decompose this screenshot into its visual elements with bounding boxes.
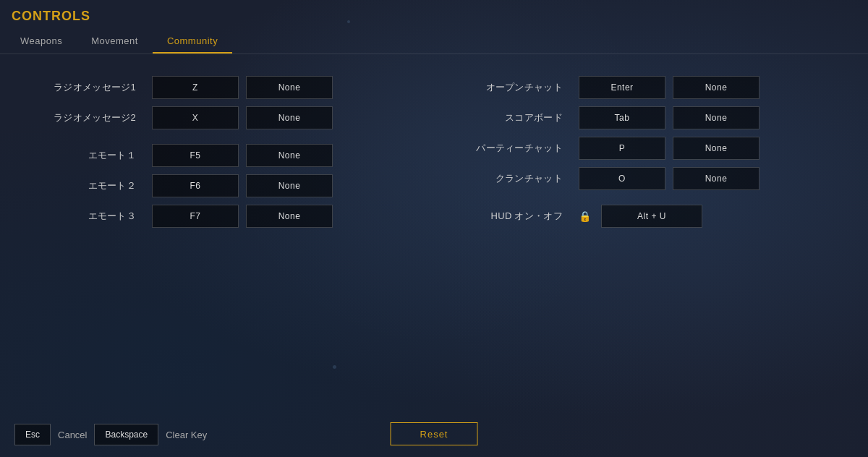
label-scoreboard: スコアボード [463,111,571,124]
row-open-chat: オープンチャット Enter None [463,76,839,99]
tab-movement[interactable]: Movement [77,30,153,54]
left-column: ラジオメッセージ1 Z None ラジオメッセージ2 X None エモート１ … [29,76,405,408]
row-radio1: ラジオメッセージ1 Z None [29,76,405,99]
reset-button[interactable]: Reset [391,422,478,445]
label-clan-chat: クランチャット [463,172,571,185]
key-party-chat-primary[interactable]: P [579,137,665,160]
key-scoreboard-secondary[interactable]: None [673,106,760,129]
cancel-label: Cancel [58,430,87,440]
label-open-chat: オープンチャット [463,81,571,94]
backspace-button[interactable]: Backspace [94,424,158,445]
header: Controls Weapons Movement Community [0,0,868,54]
key-emote3-primary[interactable]: F7 [152,205,239,228]
key-scoreboard-primary[interactable]: Tab [579,106,665,129]
key-open-chat-primary[interactable]: Enter [579,76,665,99]
row-scoreboard: スコアボード Tab None [463,106,839,129]
label-emote2: エモート２ [29,179,145,192]
key-open-chat-secondary[interactable]: None [673,76,760,99]
label-emote3: エモート３ [29,210,145,223]
key-radio1-secondary[interactable]: None [246,76,333,99]
tab-bar: Weapons Movement Community [0,30,868,54]
lock-icon: 🔒 [579,210,591,222]
page-wrapper: Controls Weapons Movement Community ラジオメ… [0,0,868,457]
label-emote1: エモート１ [29,149,145,162]
esc-button[interactable]: Esc [14,424,51,445]
key-radio1-primary[interactable]: Z [152,76,239,99]
key-hud-toggle-primary[interactable]: Alt + U [601,205,702,228]
row-emote3: エモート３ F7 None [29,205,405,228]
key-emote2-primary[interactable]: F6 [152,174,239,197]
tab-weapons[interactable]: Weapons [6,30,77,54]
row-party-chat: パーティーチャット P None [463,137,839,160]
label-radio1: ラジオメッセージ1 [29,81,145,94]
right-column: オープンチャット Enter None スコアボード Tab None パーティ… [463,76,839,408]
label-radio2: ラジオメッセージ2 [29,111,145,124]
row-clan-chat: クランチャット O None [463,167,839,190]
key-radio2-primary[interactable]: X [152,106,239,129]
key-party-chat-secondary[interactable]: None [673,137,760,160]
key-clan-chat-secondary[interactable]: None [673,167,760,190]
row-radio2: ラジオメッセージ2 X None [29,106,405,129]
key-radio2-secondary[interactable]: None [246,106,333,129]
decoration-dot-1 [347,20,350,23]
content-area: ラジオメッセージ1 Z None ラジオメッセージ2 X None エモート１ … [0,54,868,415]
key-emote3-secondary[interactable]: None [246,205,333,228]
key-emote1-primary[interactable]: F5 [152,144,239,167]
key-emote2-secondary[interactable]: None [246,174,333,197]
row-emote1: エモート１ F5 None [29,144,405,167]
row-emote2: エモート２ F6 None [29,174,405,197]
page-title: Controls [0,9,868,30]
key-emote1-secondary[interactable]: None [246,144,333,167]
tab-community[interactable]: Community [153,30,232,54]
footer-center: Reset [391,422,478,445]
decoration-dot-2 [333,365,336,369]
footer: Esc Cancel Backspace Clear Key Reset [0,415,868,457]
label-party-chat: パーティーチャット [463,142,571,155]
row-hud-toggle: HUD オン・オフ 🔒 Alt + U [463,205,839,228]
key-clan-chat-primary[interactable]: O [579,167,665,190]
footer-left-controls: Esc Cancel Backspace Clear Key [14,424,207,445]
label-hud-toggle: HUD オン・オフ [463,210,571,223]
clearkey-label: Clear Key [166,430,207,440]
